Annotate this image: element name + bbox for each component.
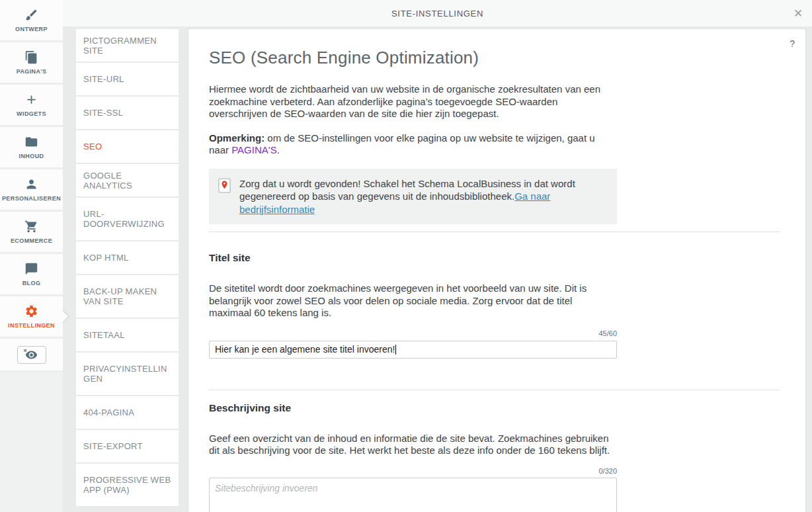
site-description-textarea[interactable] (209, 478, 617, 512)
help-icon[interactable]: ? (790, 38, 795, 49)
description-section-description: Geef een overzicht van de inhoud en info… (209, 433, 617, 457)
nav-item-sitetaal[interactable]: SITETAAL (76, 319, 179, 351)
nav-item-pictogrammen-site[interactable]: PICTOGRAMMEN SITE (76, 29, 179, 62)
sidebar-item-label: PERSONALISEREN (2, 195, 61, 202)
modal-title: SITE-INSTELLINGEN (391, 9, 483, 19)
nav-item-label: GOOGLE ANALYTICS (83, 171, 171, 191)
nav-item-label: SITE-SSL (83, 108, 123, 118)
note-paragraph: Opmerking: om de SEO-instellingen voor e… (209, 132, 617, 157)
sidebar-item-label: BLOG (22, 280, 41, 286)
localbusiness-notice: Zorg dat u wordt gevonden! Schakel het S… (209, 169, 617, 225)
note-label: Opmerking: (209, 132, 264, 144)
eye-hidden-icon (25, 349, 38, 361)
site-title-value: Hier kan je een algemene site titel invo… (215, 344, 395, 355)
folder-icon (24, 135, 38, 149)
nav-item-backup[interactable]: BACK-UP MAKEN VAN SITE (76, 275, 179, 318)
preview-toggle-button[interactable]: × (17, 346, 46, 364)
nav-item-kop-html[interactable]: KOP HTML (76, 241, 179, 274)
eye-x-glyph: × (24, 348, 27, 354)
note-suffix: . (277, 144, 280, 155)
modal-header: SITE-INSTELLINGEN ✕ (63, 0, 812, 26)
sidebar-item-label: INSTELLINGEN (8, 322, 55, 329)
intro-paragraph: Hiermee wordt de zichtbaarheid van uw we… (209, 83, 617, 120)
title-section-description: De sitetitel wordt door zoekmachines wee… (209, 282, 617, 320)
section-divider (209, 390, 780, 390)
paginas-link[interactable]: PAGINA'S (231, 144, 276, 155)
gear-icon (24, 304, 38, 318)
nav-item-label: URL-DOORVERWIJZING (83, 209, 171, 229)
nav-item-label: BACK-UP MAKEN VAN SITE (83, 286, 171, 306)
sidebar-item-label: WIDGETS (17, 110, 46, 117)
sidebar-item-ecommerce[interactable]: ECOMMERCE (0, 212, 63, 252)
sidebar-item-ontwerp[interactable]: ONTWERP (0, 0, 63, 40)
nav-item-pwa[interactable]: PROGRESSIVE WEB APP (PWA) (76, 464, 179, 506)
nav-item-label: PRIVACYINSTELLINGEN (83, 364, 171, 384)
nav-item-google-analytics[interactable]: GOOGLE ANALYTICS (76, 164, 179, 196)
localbusiness-pin-icon (218, 178, 231, 193)
sidebar-item-label: ECOMMERCE (11, 237, 52, 244)
cart-icon (24, 220, 38, 234)
app-sidebar: ONTWERP PAGINA'S WIDGETS INHOUD PERSONAL… (0, 0, 63, 512)
text-cursor (395, 345, 396, 355)
page-title: SEO (Search Engine Optimization) (209, 48, 805, 67)
nav-item-url-doorverwijzing[interactable]: URL-DOORVERWIJZING (76, 198, 179, 240)
nav-item-label: SITE-EXPORT (83, 441, 143, 451)
chat-icon (24, 262, 38, 276)
sidebar-filler (0, 372, 63, 512)
sidebar-item-label: INHOUD (19, 153, 44, 159)
nav-item-site-export[interactable]: SITE-EXPORT (76, 430, 179, 462)
sidebar-item-widgets[interactable]: WIDGETS (0, 85, 63, 125)
sidebar-item-personaliseren[interactable]: PERSONALISEREN (0, 169, 63, 210)
sidebar-item-label: ONTWERP (15, 26, 48, 32)
nav-item-seo[interactable]: SEO (76, 130, 179, 163)
title-section-heading: Titel site (209, 251, 805, 265)
sidebar-item-blog[interactable]: BLOG (0, 254, 63, 294)
active-item-arrow (173, 140, 179, 152)
nav-item-label: KOP HTML (83, 253, 129, 263)
sidebar-item-instellingen[interactable]: INSTELLINGEN (0, 296, 63, 337)
sidebar-item-label: PAGINA'S (17, 68, 47, 75)
nav-item-site-ssl[interactable]: SITE-SSL (76, 97, 179, 129)
description-section-heading: Beschrijving site (209, 402, 805, 415)
nav-item-privacyinstellingen[interactable]: PRIVACYINSTELLINGEN (76, 353, 179, 395)
nav-item-site-url[interactable]: SITE-URL (76, 63, 179, 95)
nav-item-404-pagina[interactable]: 404-PAGINA (76, 396, 179, 429)
plus-icon (24, 93, 38, 107)
sidebar-item-paginas[interactable]: PAGINA'S (0, 42, 63, 83)
person-icon (24, 177, 38, 191)
active-item-arrow (57, 310, 69, 322)
description-char-counter: 0/320 (209, 467, 617, 476)
nav-item-label: PROGRESSIVE WEB APP (PWA) (83, 475, 171, 495)
pages-icon (24, 50, 38, 64)
settings-nav: PICTOGRAMMEN SITE SITE-URL SITE-SSL SEO … (76, 29, 179, 512)
section-divider (209, 232, 780, 232)
brush-icon (24, 8, 38, 22)
nav-item-label: SEO (83, 142, 102, 151)
title-char-counter: 45/60 (209, 329, 617, 338)
notice-text: Zorg dat u wordt gevonden! Schakel het S… (239, 177, 608, 216)
close-icon[interactable]: ✕ (790, 5, 806, 21)
nav-item-label: SITE-URL (83, 74, 124, 84)
preview-block: × (0, 339, 63, 370)
nav-item-label: 404-PAGINA (83, 407, 134, 417)
site-title-input[interactable]: Hier kan je een algemene site titel invo… (209, 341, 617, 359)
nav-item-label: PICTOGRAMMEN SITE (83, 36, 171, 56)
seo-settings-panel: ? SEO (Search Engine Optimization) Hierm… (188, 29, 805, 512)
sidebar-item-inhoud[interactable]: INHOUD (0, 127, 63, 167)
nav-item-label: SITETAAL (83, 330, 125, 340)
